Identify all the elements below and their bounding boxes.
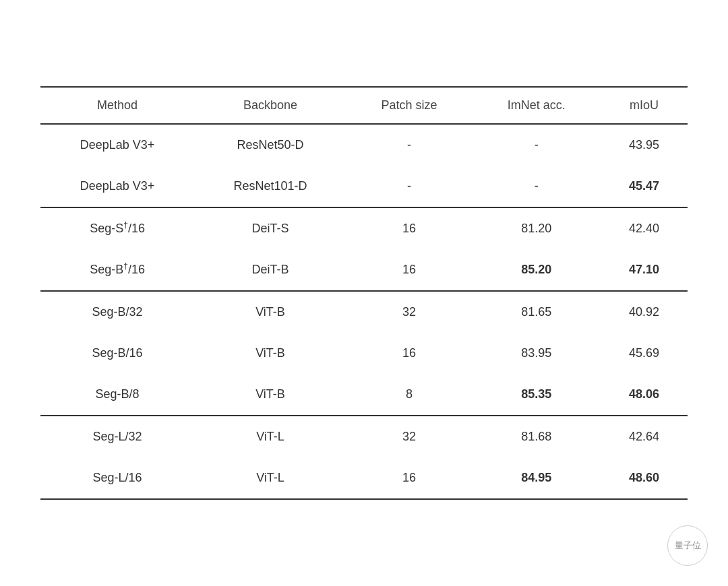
cell-miou: 45.69 xyxy=(601,333,688,374)
table-row: Seg-L/32ViT-L3281.6842.64 xyxy=(40,416,688,457)
cell-method: Seg-B†/16 xyxy=(40,249,194,291)
cell-miou: 42.40 xyxy=(601,207,688,249)
table-row: DeepLab V3+ResNet50-D--43.95 xyxy=(40,124,688,166)
cell-imnet-acc: - xyxy=(472,124,601,166)
table-row: Seg-B/8ViT-B885.3548.06 xyxy=(40,374,688,416)
header-backbone: Backbone xyxy=(194,87,346,124)
header-imnet-acc: ImNet acc. xyxy=(472,87,601,124)
table-row: Seg-B/32ViT-B3281.6540.92 xyxy=(40,291,688,333)
cell-patch-size: 16 xyxy=(346,207,472,249)
cell-backbone: ViT-L xyxy=(194,457,346,499)
cell-imnet-acc: 84.95 xyxy=(472,457,601,499)
cell-backbone: DeiT-S xyxy=(194,207,346,249)
cell-patch-size: 32 xyxy=(346,416,472,457)
cell-miou: 48.06 xyxy=(601,374,688,416)
cell-patch-size: 16 xyxy=(346,457,472,499)
cell-imnet-acc: 85.20 xyxy=(472,249,601,291)
table-row: Seg-S†/16DeiT-S1681.2042.40 xyxy=(40,207,688,249)
cell-patch-size: 16 xyxy=(346,333,472,374)
cell-miou: 40.92 xyxy=(601,291,688,333)
watermark: 量子位 xyxy=(667,525,708,566)
cell-method: DeepLab V3+ xyxy=(40,124,194,166)
cell-imnet-acc: 81.20 xyxy=(472,207,601,249)
table-row: Seg-B/16ViT-B1683.9545.69 xyxy=(40,333,688,374)
cell-method: DeepLab V3+ xyxy=(40,166,194,207)
table-header-row: Method Backbone Patch size ImNet acc. mI… xyxy=(40,87,688,124)
cell-patch-size: 32 xyxy=(346,291,472,333)
cell-miou: 45.47 xyxy=(601,166,688,207)
cell-patch-size: 16 xyxy=(346,249,472,291)
cell-backbone: ResNet50-D xyxy=(194,124,346,166)
cell-miou: 48.60 xyxy=(601,457,688,499)
cell-method: Seg-B/32 xyxy=(40,291,194,333)
cell-backbone: ViT-B xyxy=(194,374,346,416)
cell-backbone: ViT-B xyxy=(194,291,346,333)
cell-miou: 42.64 xyxy=(601,416,688,457)
cell-imnet-acc: 81.65 xyxy=(472,291,601,333)
table-row: Seg-L/16ViT-L1684.9548.60 xyxy=(40,457,688,499)
table-row: DeepLab V3+ResNet101-D--45.47 xyxy=(40,166,688,207)
cell-imnet-acc: 81.68 xyxy=(472,416,601,457)
cell-backbone: ViT-L xyxy=(194,416,346,457)
table-row: Seg-B†/16DeiT-B1685.2047.10 xyxy=(40,249,688,291)
cell-patch-size: - xyxy=(346,166,472,207)
comparison-table: Method Backbone Patch size ImNet acc. mI… xyxy=(40,86,688,500)
cell-imnet-acc: 83.95 xyxy=(472,333,601,374)
cell-imnet-acc: - xyxy=(472,166,601,207)
cell-patch-size: - xyxy=(346,124,472,166)
cell-method: Seg-L/32 xyxy=(40,416,194,457)
cell-method: Seg-S†/16 xyxy=(40,207,194,249)
cell-backbone: ResNet101-D xyxy=(194,166,346,207)
cell-miou: 47.10 xyxy=(601,249,688,291)
cell-backbone: ViT-B xyxy=(194,333,346,374)
table-container: Method Backbone Patch size ImNet acc. mI… xyxy=(40,86,688,500)
cell-method: Seg-B/8 xyxy=(40,374,194,416)
cell-method: Seg-B/16 xyxy=(40,333,194,374)
cell-patch-size: 8 xyxy=(346,374,472,416)
header-patch-size: Patch size xyxy=(346,87,472,124)
header-miou: mIoU xyxy=(601,87,688,124)
cell-backbone: DeiT-B xyxy=(194,249,346,291)
cell-method: Seg-L/16 xyxy=(40,457,194,499)
header-method: Method xyxy=(40,87,194,124)
cell-miou: 43.95 xyxy=(601,124,688,166)
cell-imnet-acc: 85.35 xyxy=(472,374,601,416)
